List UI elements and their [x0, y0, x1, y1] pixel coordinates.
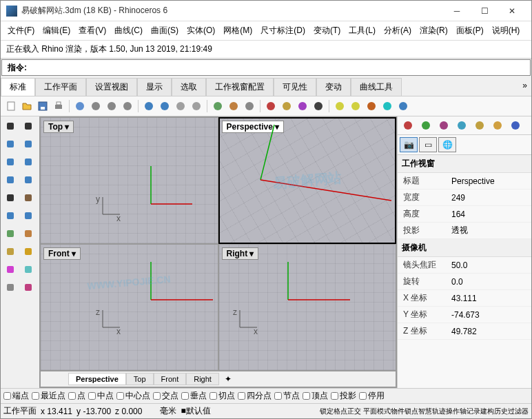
vptab-front[interactable]: Front [154, 373, 187, 385]
viewport-perspective[interactable]: Perspective▾ 易破解网站 [219, 118, 396, 243]
tab-设置视图[interactable]: 设置视图 [86, 78, 137, 96]
property-row[interactable]: 镜头焦距50.0 [398, 257, 531, 274]
dim-tool[interactable] [20, 190, 37, 206]
circ-button[interactable] [380, 99, 395, 114]
gem-tool[interactable] [20, 279, 37, 296]
mode-camera-button[interactable]: 📷 [400, 137, 418, 152]
tab-显示[interactable]: 显示 [137, 78, 172, 96]
menu-尺寸标注[interactable]: 尺寸标注(D) [256, 23, 309, 39]
panel-cyan-icon[interactable] [453, 119, 470, 132]
flamingo-button[interactable] [364, 99, 379, 114]
fill-tool[interactable] [20, 261, 37, 278]
close-button[interactable]: ✕ [498, 1, 526, 21]
osnap-停用-checkbox[interactable] [359, 392, 367, 400]
property-row[interactable]: Y 坐标-74.673 [398, 307, 531, 323]
osnap-垂点[interactable]: 垂点 [181, 390, 207, 402]
vptab-top[interactable]: Top [126, 373, 154, 385]
mode-rect-button[interactable]: ▭ [419, 137, 437, 152]
property-row[interactable]: 宽度249 [398, 190, 531, 206]
layers-button[interactable] [279, 99, 294, 114]
viewport-front[interactable]: Front▾ zx WWW.YIPOJIE.CN [41, 245, 218, 370]
osnap-点[interactable]: 点 [68, 390, 85, 402]
panel-red-icon[interactable] [400, 119, 416, 132]
osnap-最近点[interactable]: 最近点 [32, 390, 65, 402]
osnap-点-checkbox[interactable] [68, 392, 76, 400]
osnap-垂点-checkbox[interactable] [181, 392, 189, 400]
tab-工作视窗配置[interactable]: 工作视窗配置 [206, 78, 274, 96]
property-value[interactable]: 249 [446, 190, 531, 206]
menu-曲面[interactable]: 曲面(S) [147, 23, 183, 39]
osnap-中点-checkbox[interactable] [88, 392, 96, 400]
box-tool[interactable] [20, 207, 37, 224]
bulb-button[interactable] [332, 99, 347, 114]
osnap-顶点-checkbox[interactable] [303, 392, 310, 400]
sphere-tool[interactable] [2, 207, 19, 224]
property-value[interactable]: 164 [446, 206, 531, 223]
tab-标准[interactable]: 标准 [1, 78, 35, 96]
status-flags[interactable]: 锁定格点正交 平面模式物件锁点智慧轨迹操作轴记录建构历史过滤器 [320, 407, 529, 416]
menu-说明[interactable]: 说明(H) [488, 23, 524, 39]
property-value[interactable]: Perspective [446, 173, 531, 190]
panel-blue-icon[interactable] [507, 119, 524, 132]
puzzle-tool[interactable] [2, 243, 19, 260]
status-layer[interactable]: ■默认值 [181, 405, 210, 417]
osnap-端点[interactable]: 端点 [3, 390, 29, 402]
panel-teal-icon[interactable] [436, 119, 452, 132]
osnap-四分点[interactable]: 四分点 [238, 390, 272, 402]
poly-tool[interactable] [20, 172, 37, 188]
property-value[interactable]: 0.0 [446, 274, 531, 290]
property-value[interactable]: 透视 [446, 223, 531, 239]
menu-文件[interactable]: 文件(F) [3, 23, 39, 39]
panel-folder-icon[interactable] [489, 119, 506, 132]
cliplink-button[interactable] [72, 99, 88, 114]
tab-工作平面[interactable]: 工作平面 [35, 78, 86, 96]
command-line[interactable]: 指令: [1, 59, 531, 76]
tab-变动[interactable]: 变动 [316, 78, 351, 96]
copy-button[interactable] [104, 99, 119, 114]
property-row[interactable]: 投影透视 [398, 223, 531, 239]
menu-曲线[interactable]: 曲线(C) [110, 23, 147, 39]
viewport-top-label[interactable]: Top▾ [43, 121, 74, 133]
osnap-端点-checkbox[interactable] [3, 392, 11, 400]
status-plane[interactable]: 工作平面 [3, 405, 37, 417]
osnap-中点[interactable]: 中点 [88, 390, 114, 402]
menu-编辑[interactable]: 编辑(E) [39, 23, 74, 39]
cut-button[interactable] [88, 99, 103, 114]
osnap-交点-checkbox[interactable] [153, 392, 161, 400]
new-button[interactable] [3, 99, 19, 114]
osnap-节点-checkbox[interactable] [274, 392, 282, 400]
polyline-tool[interactable] [20, 136, 37, 152]
osnap-交点[interactable]: 交点 [153, 390, 178, 402]
osnap-最近点-checkbox[interactable] [32, 392, 39, 400]
panel-button[interactable] [242, 99, 257, 114]
osnap-投影[interactable]: 投影 [331, 390, 356, 402]
minimize-button[interactable]: ─ [443, 1, 471, 21]
paste-button[interactable] [120, 99, 135, 114]
cam-button[interactable] [311, 99, 326, 114]
viewport-front-label[interactable]: Front▾ [43, 247, 81, 260]
property-value[interactable]: 49.782 [446, 323, 531, 340]
command-input[interactable] [30, 61, 524, 74]
ungroup-button[interactable] [226, 99, 241, 114]
menu-实体[interactable]: 实体(O) [183, 23, 219, 39]
menu-变动[interactable]: 变动(T) [309, 23, 345, 39]
property-value[interactable]: -74.673 [446, 307, 531, 323]
property-value[interactable]: 50.0 [446, 257, 531, 274]
save-button[interactable] [35, 99, 50, 114]
extrude-tool[interactable] [2, 225, 19, 242]
magic-tool[interactable] [2, 261, 19, 278]
osnap-四分点-checkbox[interactable] [238, 392, 245, 400]
group-button[interactable] [210, 99, 225, 114]
property-row[interactable]: 高度164 [398, 206, 531, 223]
viewport-right[interactable]: Right▾ zx [219, 245, 396, 370]
tab-选取[interactable]: 选取 [172, 78, 206, 96]
vptab-right[interactable]: Right [186, 373, 219, 385]
vptab-perspective[interactable]: Perspective [68, 373, 126, 385]
undo-button[interactable] [141, 99, 156, 114]
osnap-顶点[interactable]: 顶点 [303, 390, 328, 402]
tab-可见性[interactable]: 可见性 [274, 78, 316, 96]
add-viewport-button[interactable]: ✦ [219, 373, 237, 385]
panel-edit-icon[interactable] [471, 119, 488, 132]
osnap-中心点-checkbox[interactable] [116, 392, 124, 400]
queue-tool[interactable] [2, 279, 19, 296]
